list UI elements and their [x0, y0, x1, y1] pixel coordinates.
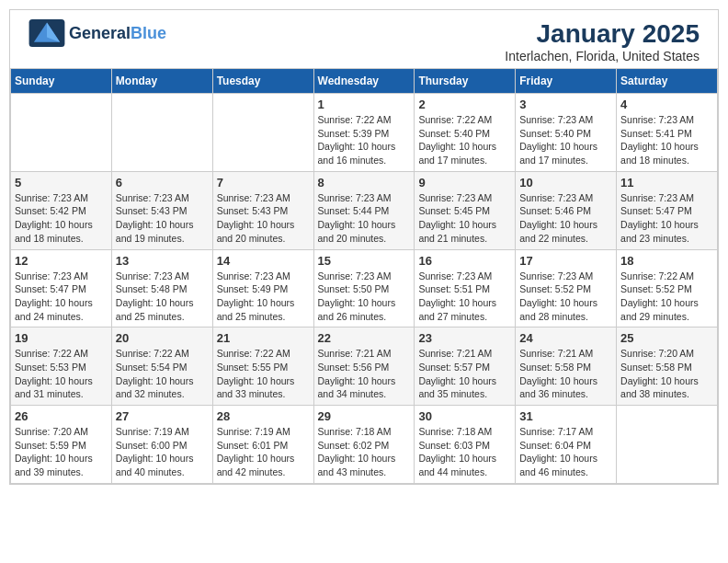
- day-detail: Sunrise: 7:20 AMSunset: 5:58 PMDaylight:…: [620, 347, 713, 401]
- table-row: 3Sunrise: 7:23 AMSunset: 5:40 PMDaylight…: [516, 94, 617, 172]
- table-row: 21Sunrise: 7:22 AMSunset: 5:55 PMDayligh…: [212, 327, 313, 406]
- table-row: 24Sunrise: 7:21 AMSunset: 5:58 PMDayligh…: [516, 327, 617, 406]
- table-row: [617, 406, 718, 484]
- day-detail: Sunrise: 7:23 AMSunset: 5:43 PMDaylight:…: [217, 191, 310, 246]
- table-row: 31Sunrise: 7:17 AMSunset: 6:04 PMDayligh…: [516, 406, 617, 484]
- day-detail: Sunrise: 7:23 AMSunset: 5:45 PMDaylight:…: [418, 191, 511, 246]
- day-number: 14: [217, 254, 310, 268]
- header-wednesday: Wednesday: [313, 69, 415, 94]
- day-detail: Sunrise: 7:23 AMSunset: 5:47 PMDaylight:…: [15, 270, 108, 324]
- day-detail: Sunrise: 7:23 AMSunset: 5:41 PMDaylight:…: [620, 113, 713, 167]
- table-row: 29Sunrise: 7:18 AMSunset: 6:02 PMDayligh…: [313, 406, 415, 484]
- day-number: 28: [217, 409, 310, 423]
- day-detail: Sunrise: 7:17 AMSunset: 6:04 PMDaylight:…: [519, 425, 612, 479]
- calendar-week-row: 26Sunrise: 7:20 AMSunset: 5:59 PMDayligh…: [11, 406, 718, 484]
- day-detail: Sunrise: 7:22 AMSunset: 5:55 PMDaylight:…: [217, 347, 310, 401]
- table-row: 14Sunrise: 7:23 AMSunset: 5:49 PMDayligh…: [212, 249, 313, 327]
- day-number: 6: [116, 176, 209, 190]
- calendar-week-row: 19Sunrise: 7:22 AMSunset: 5:53 PMDayligh…: [11, 327, 718, 406]
- table-row: 8Sunrise: 7:23 AMSunset: 5:44 PMDaylight…: [313, 171, 415, 249]
- day-number: 20: [116, 331, 209, 345]
- table-row: 10Sunrise: 7:23 AMSunset: 5:46 PMDayligh…: [516, 171, 617, 249]
- logo-icon: [28, 19, 65, 47]
- table-row: 27Sunrise: 7:19 AMSunset: 6:00 PMDayligh…: [111, 406, 212, 484]
- table-row: 16Sunrise: 7:23 AMSunset: 5:51 PMDayligh…: [415, 249, 516, 327]
- table-row: 22Sunrise: 7:21 AMSunset: 5:56 PMDayligh…: [313, 327, 415, 406]
- day-number: 24: [519, 331, 612, 345]
- header-tuesday: Tuesday: [212, 69, 313, 94]
- day-detail: Sunrise: 7:23 AMSunset: 5:47 PMDaylight:…: [620, 191, 713, 246]
- table-row: 30Sunrise: 7:18 AMSunset: 6:03 PMDayligh…: [415, 406, 516, 484]
- header-monday: Monday: [111, 69, 212, 94]
- day-detail: Sunrise: 7:23 AMSunset: 5:40 PMDaylight:…: [519, 113, 612, 167]
- table-row: 23Sunrise: 7:21 AMSunset: 5:57 PMDayligh…: [415, 327, 516, 406]
- day-number: 1: [318, 98, 411, 111]
- day-number: 27: [116, 409, 209, 423]
- day-number: 29: [318, 409, 411, 423]
- table-row: [111, 94, 212, 172]
- day-detail: Sunrise: 7:23 AMSunset: 5:52 PMDaylight:…: [519, 270, 612, 324]
- day-number: 9: [418, 176, 511, 190]
- table-row: 13Sunrise: 7:23 AMSunset: 5:48 PMDayligh…: [111, 249, 212, 327]
- day-number: 18: [620, 254, 713, 268]
- table-row: [212, 94, 313, 172]
- calendar-title: January 2025: [505, 19, 700, 49]
- table-row: 11Sunrise: 7:23 AMSunset: 5:47 PMDayligh…: [617, 171, 718, 249]
- calendar-week-row: 1Sunrise: 7:22 AMSunset: 5:39 PMDaylight…: [11, 94, 718, 172]
- table-row: 7Sunrise: 7:23 AMSunset: 5:43 PMDaylight…: [212, 171, 313, 249]
- table-row: 9Sunrise: 7:23 AMSunset: 5:45 PMDaylight…: [415, 171, 516, 249]
- table-row: 17Sunrise: 7:23 AMSunset: 5:52 PMDayligh…: [516, 249, 617, 327]
- table-row: 1Sunrise: 7:22 AMSunset: 5:39 PMDaylight…: [313, 94, 415, 172]
- day-number: 4: [620, 98, 713, 111]
- day-detail: Sunrise: 7:23 AMSunset: 5:51 PMDaylight:…: [418, 270, 511, 324]
- title-block: January 2025 Interlachen, Florida, Unite…: [505, 19, 700, 63]
- table-row: 20Sunrise: 7:22 AMSunset: 5:54 PMDayligh…: [111, 327, 212, 406]
- day-detail: Sunrise: 7:23 AMSunset: 5:43 PMDaylight:…: [116, 191, 209, 246]
- table-row: 26Sunrise: 7:20 AMSunset: 5:59 PMDayligh…: [11, 406, 112, 484]
- day-number: 2: [418, 98, 511, 111]
- day-number: 19: [15, 331, 108, 345]
- day-number: 15: [318, 254, 411, 268]
- day-number: 21: [217, 331, 310, 345]
- day-detail: Sunrise: 7:23 AMSunset: 5:46 PMDaylight:…: [519, 191, 612, 246]
- calendar-subtitle: Interlachen, Florida, United States: [505, 49, 700, 63]
- header-saturday: Saturday: [617, 69, 718, 94]
- day-number: 23: [418, 331, 511, 345]
- table-row: 28Sunrise: 7:19 AMSunset: 6:01 PMDayligh…: [212, 406, 313, 484]
- table-row: 4Sunrise: 7:23 AMSunset: 5:41 PMDaylight…: [617, 94, 718, 172]
- calendar-week-row: 5Sunrise: 7:23 AMSunset: 5:42 PMDaylight…: [11, 171, 718, 249]
- table-row: 2Sunrise: 7:22 AMSunset: 5:40 PMDaylight…: [415, 94, 516, 172]
- day-number: 31: [519, 409, 612, 423]
- calendar-week-row: 12Sunrise: 7:23 AMSunset: 5:47 PMDayligh…: [11, 249, 718, 327]
- day-detail: Sunrise: 7:22 AMSunset: 5:40 PMDaylight:…: [418, 113, 511, 167]
- day-detail: Sunrise: 7:19 AMSunset: 6:01 PMDaylight:…: [217, 425, 310, 479]
- day-detail: Sunrise: 7:22 AMSunset: 5:39 PMDaylight:…: [318, 113, 411, 167]
- day-detail: Sunrise: 7:19 AMSunset: 6:00 PMDaylight:…: [116, 425, 209, 479]
- table-row: 12Sunrise: 7:23 AMSunset: 5:47 PMDayligh…: [11, 249, 112, 327]
- day-number: 17: [519, 254, 612, 268]
- day-number: 5: [15, 176, 108, 190]
- day-detail: Sunrise: 7:21 AMSunset: 5:57 PMDaylight:…: [418, 347, 511, 401]
- day-detail: Sunrise: 7:22 AMSunset: 5:52 PMDaylight:…: [620, 270, 713, 324]
- day-number: 22: [318, 331, 411, 345]
- day-number: 25: [620, 331, 713, 345]
- day-detail: Sunrise: 7:23 AMSunset: 5:49 PMDaylight:…: [217, 270, 310, 324]
- table-row: 25Sunrise: 7:20 AMSunset: 5:58 PMDayligh…: [617, 327, 718, 406]
- day-number: 3: [519, 98, 612, 111]
- weekday-header-row: Sunday Monday Tuesday Wednesday Thursday…: [11, 69, 718, 94]
- header-friday: Friday: [516, 69, 617, 94]
- day-detail: Sunrise: 7:22 AMSunset: 5:53 PMDaylight:…: [15, 347, 108, 401]
- day-number: 16: [418, 254, 511, 268]
- day-detail: Sunrise: 7:18 AMSunset: 6:03 PMDaylight:…: [418, 425, 511, 479]
- day-number: 7: [217, 176, 310, 190]
- day-detail: Sunrise: 7:21 AMSunset: 5:58 PMDaylight:…: [519, 347, 612, 401]
- table-row: [11, 94, 112, 172]
- table-row: 6Sunrise: 7:23 AMSunset: 5:43 PMDaylight…: [111, 171, 212, 249]
- day-detail: Sunrise: 7:20 AMSunset: 5:59 PMDaylight:…: [15, 425, 108, 479]
- table-row: 19Sunrise: 7:22 AMSunset: 5:53 PMDayligh…: [11, 327, 112, 406]
- day-detail: Sunrise: 7:18 AMSunset: 6:02 PMDaylight:…: [318, 425, 411, 479]
- day-detail: Sunrise: 7:23 AMSunset: 5:50 PMDaylight:…: [318, 270, 411, 324]
- header-thursday: Thursday: [415, 69, 516, 94]
- table-row: 5Sunrise: 7:23 AMSunset: 5:42 PMDaylight…: [11, 171, 112, 249]
- day-number: 30: [418, 409, 511, 423]
